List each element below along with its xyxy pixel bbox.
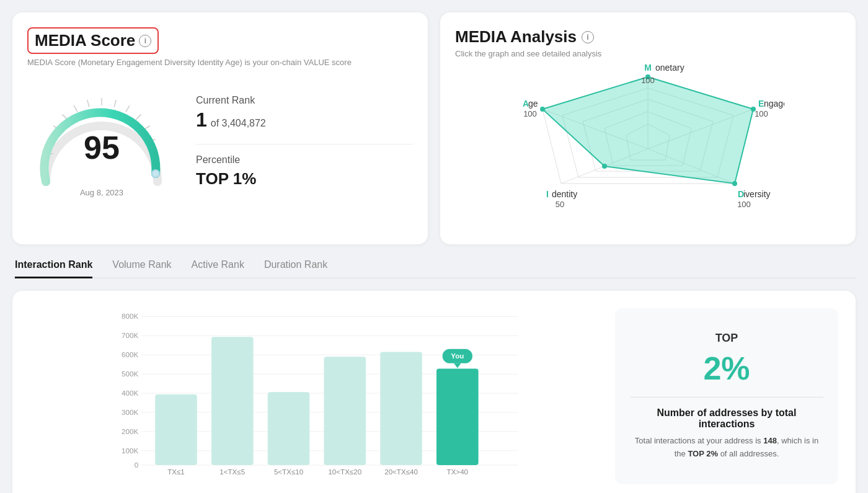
svg-text:20<TX≤40: 20<TX≤40 xyxy=(384,468,418,476)
media-score-card: MEDIA Score i MEDIA Score (Monetary Enga… xyxy=(12,12,428,244)
svg-text:M: M xyxy=(644,63,652,73)
svg-point-27 xyxy=(732,181,737,186)
svg-text:100: 100 xyxy=(737,200,751,209)
svg-text:You: You xyxy=(451,352,464,360)
svg-point-28 xyxy=(602,164,607,169)
svg-text:100: 100 xyxy=(755,109,768,118)
radar-svg: M onetary placeholder 100 E ngagement 10… xyxy=(512,62,784,236)
tab-active-rank[interactable]: Active Rank xyxy=(192,259,244,278)
rank-section: Current Rank 1 of 3,404,872 Percentile T… xyxy=(196,95,413,189)
svg-text:200K: 200K xyxy=(122,428,138,435)
stats-panel: TOP 2% Number of addresses by total inte… xyxy=(615,308,838,484)
gauge-score: 95 xyxy=(84,129,120,166)
rank-number: 1 xyxy=(196,109,207,131)
svg-text:500K: 500K xyxy=(122,370,138,378)
top-percent: 2% xyxy=(703,350,750,387)
svg-text:onetary: onetary xyxy=(655,63,684,73)
bar-tx-20-40[interactable] xyxy=(380,352,422,464)
rank-of: of 3,404,872 xyxy=(211,118,266,129)
svg-text:0: 0 xyxy=(135,461,138,469)
svg-text:1<TX≤5: 1<TX≤5 xyxy=(219,468,245,476)
svg-text:dentity: dentity xyxy=(552,189,577,199)
chart-area: 800K 700K 600K 500K 400K 300K 200K 100K … xyxy=(30,308,600,484)
svg-marker-72 xyxy=(454,363,461,368)
svg-line-9 xyxy=(136,114,141,119)
gauge-container: 95 Aug 8, 2023 xyxy=(27,79,176,203)
svg-text:800K: 800K xyxy=(122,313,138,320)
tab-interaction-rank[interactable]: Interaction Rank xyxy=(15,259,92,278)
svg-text:700K: 700K xyxy=(122,332,138,339)
svg-text:600K: 600K xyxy=(122,351,138,358)
svg-text:E: E xyxy=(758,99,764,109)
svg-text:50: 50 xyxy=(556,200,564,209)
svg-marker-24 xyxy=(542,77,753,184)
svg-text:TX>40: TX>40 xyxy=(447,468,468,476)
svg-text:300K: 300K xyxy=(122,409,138,416)
tab-volume-rank[interactable]: Volume Rank xyxy=(112,259,171,278)
bar-chart-svg: 800K 700K 600K 500K 400K 300K 200K 100K … xyxy=(30,308,600,482)
analysis-title: MEDIA Analysis xyxy=(455,27,577,47)
score-title-row: MEDIA Score i xyxy=(27,27,413,54)
bar-tx-1[interactable] xyxy=(155,394,197,465)
score-title-text: MEDIA Score xyxy=(35,31,135,50)
svg-text:ngagement: ngagement xyxy=(764,99,784,109)
rank-divider xyxy=(196,144,413,144)
score-subtitle: MEDIA Score (Monetary Engagement Diversi… xyxy=(27,58,413,67)
score-content: 95 Aug 8, 2023 Current Rank 1 of 3,404,8… xyxy=(27,79,413,203)
svg-line-8 xyxy=(126,105,130,112)
info-icon[interactable]: i xyxy=(139,35,151,47)
current-rank-label: Current Rank xyxy=(196,95,413,106)
svg-text:ge: ge xyxy=(528,99,538,109)
radar-container[interactable]: M onetary placeholder 100 E ngagement 10… xyxy=(455,68,841,229)
analysis-subtitle: Click the graph and see detailed analysi… xyxy=(455,49,841,58)
gauge-date: Aug 8, 2023 xyxy=(80,188,123,197)
top-label: TOP xyxy=(715,332,738,345)
svg-point-13 xyxy=(152,170,159,177)
tab-duration-rank[interactable]: Duration Rank xyxy=(264,259,327,278)
svg-point-29 xyxy=(540,107,545,112)
media-analysis-card: MEDIA Analysis i Click the graph and see… xyxy=(440,12,856,244)
svg-text:10<TX≤20: 10<TX≤20 xyxy=(328,468,361,476)
svg-text:TX≤1: TX≤1 xyxy=(167,468,185,476)
svg-line-5 xyxy=(87,100,89,107)
stats-desc-text: Total interactions at your address is 14… xyxy=(630,435,823,461)
svg-line-7 xyxy=(114,100,116,107)
bar-tx-1-5[interactable] xyxy=(211,337,254,465)
bar-tx-40-plus[interactable] xyxy=(436,369,479,465)
svg-text:400K: 400K xyxy=(122,389,138,397)
svg-text:I: I xyxy=(546,189,549,199)
analysis-title-row: MEDIA Analysis i xyxy=(455,27,841,47)
you-tooltip: You xyxy=(443,349,472,368)
analysis-info-icon[interactable]: i xyxy=(582,31,594,43)
svg-text:100: 100 xyxy=(641,76,655,85)
svg-line-4 xyxy=(74,105,78,112)
bottom-card: 800K 700K 600K 500K 400K 300K 200K 100K … xyxy=(12,291,856,493)
svg-text:5<TX≤10: 5<TX≤10 xyxy=(274,468,303,476)
svg-text:100K: 100K xyxy=(122,447,138,455)
stats-desc-title: Number of addresses by total interaction… xyxy=(630,407,823,430)
bar-tx-10-20[interactable] xyxy=(324,357,366,465)
percentile-value: TOP 1% xyxy=(196,169,413,189)
tabs-row: Interaction Rank Volume Rank Active Rank… xyxy=(12,259,856,278)
svg-text:100: 100 xyxy=(523,109,537,118)
stats-divider xyxy=(630,397,823,398)
rank-value: 1 of 3,404,872 xyxy=(196,109,413,131)
percentile-label: Percentile xyxy=(196,154,413,166)
score-title-badge: MEDIA Score i xyxy=(27,27,159,54)
bar-tx-5-10[interactable] xyxy=(268,392,310,465)
svg-text:iversity: iversity xyxy=(743,189,771,199)
